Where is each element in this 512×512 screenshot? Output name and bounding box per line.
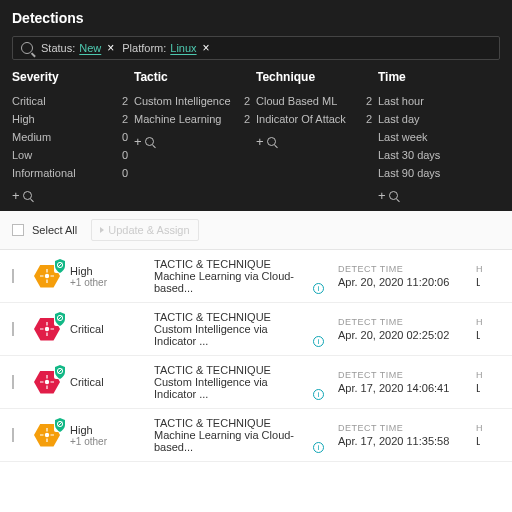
svg-point-14	[45, 380, 49, 384]
severity-cell: High+1 other	[70, 424, 146, 447]
shield-icon	[54, 365, 66, 379]
plus-icon: +	[134, 134, 142, 149]
facet-add-search[interactable]: +	[378, 188, 494, 203]
select-all-checkbox[interactable]	[12, 224, 24, 236]
facet-item[interactable]: Custom Intelligence2	[134, 92, 250, 110]
facet-time: TimeLast hourLast dayLast weekLast 30 da…	[378, 70, 500, 203]
facet-item[interactable]: Cloud Based ML2	[256, 92, 372, 110]
facet-item[interactable]: Low0	[12, 146, 128, 164]
search-icon	[145, 137, 154, 146]
tactic-technique-cell: TACTIC & TECHNIQUECustom Intelligence vi…	[154, 311, 324, 347]
facet-severity: SeverityCritical2High2Medium0Low0Informa…	[12, 70, 134, 203]
facet-item[interactable]: Last week	[378, 128, 494, 146]
close-icon[interactable]: ×	[107, 41, 114, 55]
facet-item[interactable]: Last 90 days	[378, 164, 494, 182]
search-icon	[267, 137, 276, 146]
host-cell: HL	[470, 370, 486, 394]
row-checkbox[interactable]	[12, 428, 14, 442]
play-icon	[100, 227, 104, 233]
page-title: Detections	[12, 10, 500, 26]
detection-row[interactable]: CriticalTACTIC & TECHNIQUECustom Intelli…	[0, 356, 512, 409]
facet-item[interactable]: Machine Learning2	[134, 110, 250, 128]
tactic-technique-cell: TACTIC & TECHNIQUEMachine Learning via C…	[154, 258, 324, 294]
facet-heading: Technique	[256, 70, 372, 84]
host-cell: HL	[470, 317, 486, 341]
facet-item[interactable]: Indicator Of Attack2	[256, 110, 372, 128]
detect-time-cell: DETECT TIMEApr. 20, 2020 02:25:02	[332, 317, 462, 341]
tactic-technique-cell: TACTIC & TECHNIQUEMachine Learning via C…	[154, 417, 324, 453]
plus-icon: +	[12, 188, 20, 203]
filter-chip-platform[interactable]: Platform: Linux ×	[122, 41, 209, 55]
facet-heading: Severity	[12, 70, 128, 84]
facet-add-search[interactable]: +	[134, 134, 250, 149]
search-icon	[389, 191, 398, 200]
facet-technique: TechniqueCloud Based ML2Indicator Of Att…	[256, 70, 378, 203]
row-checkbox[interactable]	[12, 322, 14, 336]
svg-point-7	[45, 327, 49, 331]
info-icon[interactable]: i	[313, 389, 324, 400]
info-icon[interactable]: i	[313, 336, 324, 347]
severity-cell: Critical	[70, 376, 146, 388]
select-all-label: Select All	[32, 224, 77, 236]
facet-item[interactable]: High2	[12, 110, 128, 128]
host-cell: HL	[470, 264, 486, 288]
close-icon[interactable]: ×	[203, 41, 210, 55]
plus-icon: +	[378, 188, 386, 203]
severity-cell: High+1 other	[70, 265, 146, 288]
detection-row[interactable]: High+1 otherTACTIC & TECHNIQUEMachine Le…	[0, 409, 512, 462]
facet-item[interactable]: Last hour	[378, 92, 494, 110]
detections-list: High+1 otherTACTIC & TECHNIQUEMachine Le…	[0, 250, 512, 462]
filter-chip-status[interactable]: Status: New ×	[41, 41, 114, 55]
facet-heading: Tactic	[134, 70, 250, 84]
facet-add-search[interactable]: +	[256, 134, 372, 149]
detect-time-cell: DETECT TIMEApr. 20, 2020 11:20:06	[332, 264, 462, 288]
update-assign-button: Update & Assign	[91, 219, 198, 241]
svg-point-0	[45, 274, 49, 278]
facet-item[interactable]: Informational0	[12, 164, 128, 182]
shield-icon	[54, 418, 66, 432]
severity-cell: Critical	[70, 323, 146, 335]
shield-icon	[54, 259, 66, 273]
svg-point-21	[45, 433, 49, 437]
tactic-technique-cell: TACTIC & TECHNIQUECustom Intelligence vi…	[154, 364, 324, 400]
detect-time-cell: DETECT TIMEApr. 17, 2020 14:06:41	[332, 370, 462, 394]
facet-item[interactable]: Medium0	[12, 128, 128, 146]
info-icon[interactable]: i	[313, 442, 324, 453]
facet-item[interactable]: Last 30 days	[378, 146, 494, 164]
row-checkbox[interactable]	[12, 269, 14, 283]
shield-icon	[54, 312, 66, 326]
facet-item[interactable]: Last day	[378, 110, 494, 128]
plus-icon: +	[256, 134, 264, 149]
host-cell: HL	[470, 423, 486, 447]
facet-heading: Time	[378, 70, 494, 84]
detection-row[interactable]: CriticalTACTIC & TECHNIQUECustom Intelli…	[0, 303, 512, 356]
list-toolbar: Select All Update & Assign	[0, 211, 512, 250]
detection-row[interactable]: High+1 otherTACTIC & TECHNIQUEMachine Le…	[0, 250, 512, 303]
row-checkbox[interactable]	[12, 375, 14, 389]
facet-tactic: TacticCustom Intelligence2Machine Learni…	[134, 70, 256, 203]
detect-time-cell: DETECT TIMEApr. 17, 2020 11:35:58	[332, 423, 462, 447]
facet-add-search[interactable]: +	[12, 188, 128, 203]
search-icon	[23, 191, 32, 200]
filter-bar[interactable]: Status: New × Platform: Linux ×	[12, 36, 500, 60]
search-icon	[21, 42, 33, 54]
facet-item[interactable]: Critical2	[12, 92, 128, 110]
info-icon[interactable]: i	[313, 283, 324, 294]
